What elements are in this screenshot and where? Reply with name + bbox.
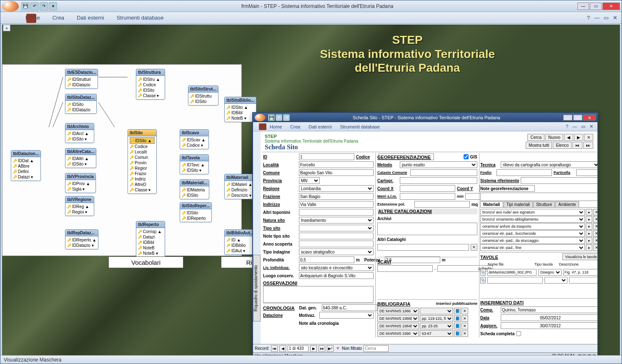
cartogr-field[interactable] [400,177,477,184]
nav-prev-button[interactable]: ◀ [564,134,573,141]
sub-maximize-button[interactable]: ▭ [573,115,582,120]
sub-closedoc-icon[interactable]: ✕ [589,124,593,129]
sub-undo-icon[interactable]: ↶ [276,114,282,121]
aggiorn-field[interactable] [501,322,597,329]
db-table[interactable]: tblSitoBiblio...🔑IDSito ▲🔑IDBibl🔑NoteB ▾ [224,97,256,122]
recnav-first-icon[interactable]: ⏮ [271,345,278,352]
mat-delete-icon[interactable]: ✕ [593,216,597,223]
maximize-button[interactable]: ▭ [590,3,602,10]
sub-ribbon-dati[interactable]: Dati esterni [308,124,332,129]
filter-icon[interactable]: 🔻 [335,346,340,351]
mat-delete-icon[interactable]: ✕ [593,244,597,251]
office-orb-icon[interactable] [2,1,19,12]
sub-redo-icon[interactable]: ↷ [283,114,290,121]
luogo-field[interactable] [299,272,374,279]
db-table[interactable]: tblVProvincia🔑IDProv ▲🔑Sigla ▾ [65,173,96,193]
biblio-author-select[interactable]: DE MARINIS 1984b [377,323,419,329]
nav-close-button[interactable]: ✕ [584,134,593,141]
biblio-author-select[interactable]: DE MARINIS 1986b [377,315,419,322]
db-table[interactable]: tblVRegione🔑IDReg ▲🔑Regioi ▾ [65,196,94,216]
material-select[interactable]: ceramica/ etr.-pad., fine [480,244,585,251]
qat-more-icon[interactable]: ▾ [49,2,57,10]
catasto-field[interactable] [410,169,477,176]
db-table[interactable]: tblDatazion...🔑IDDat ▲🔑ABbre🔑Defini🔑Data… [11,150,41,181]
tavola-desc2-field[interactable] [569,277,597,284]
db-table[interactable]: tblReperto🔑Corrisp ▲🔑Datazi🔑IDBibl🔑NoteB… [136,221,165,257]
material-select[interactable]: bronzo/ aes rude/ aes signatum [480,209,585,216]
db-table[interactable]: tblBiblioAut...🔑ID ▲🔑IDBiblio🔑IDAut ▾ [224,229,256,255]
minimize-doc-icon[interactable]: — [594,15,599,21]
db-table[interactable]: tblStruttura🔑IDStru ▲🔑Codice🔑IDSito🔑Clas… [136,69,165,100]
liv-select[interactable]: sito localizzato e circoscritto [299,264,374,271]
material-select[interactable]: ceramica/ etr.-pad., buccheroide [480,230,585,237]
biblio-book-icon[interactable]: 📘 [454,330,461,337]
data-field[interactable] [501,314,597,321]
tavola-attach-icon[interactable]: 📎 [480,269,486,276]
comp-field[interactable] [501,306,597,313]
visualizza-tavole-button[interactable]: Visualizza le tavole [562,254,597,260]
biblio-book-icon[interactable]: 📘 [454,308,461,314]
osservazioni-textarea[interactable] [263,286,374,303]
completa-checkbox[interactable] [516,331,521,336]
anno-field[interactable] [299,241,374,247]
sub-help-icon[interactable]: ? [566,124,568,129]
tab-materiali[interactable]: Materiali [480,201,503,207]
biblio-delete-icon[interactable]: ✕ [461,315,468,322]
db-table[interactable]: tblAltreCata...🔑IDAltri ▲🔑IDSito ▾ [65,148,96,168]
sub-restdoc-icon[interactable]: ▭ [581,124,585,129]
metri-field[interactable] [400,193,455,200]
elenco-button[interactable]: Elenco [553,142,572,149]
biblio-pages-select[interactable] [420,308,453,314]
localita-field[interactable] [299,161,374,168]
close-button[interactable]: ✕ [602,3,620,10]
indagine-select[interactable]: scavo stratigrafico [299,249,374,255]
altricat-delete-icon[interactable]: ✕ [471,244,477,251]
db-table[interactable]: tblArchivio🔑IDArcl ▲🔑IDSito ▾ [65,123,94,143]
metodo-select[interactable]: punto esatto [400,161,477,168]
mat-delete-icon[interactable]: ✕ [593,230,597,237]
frazione-field[interactable] [299,193,374,200]
natura-select[interactable]: Insediamento [299,217,374,223]
tavola-file2-field[interactable] [487,277,543,284]
material-select[interactable]: bronzo/ ornamento-abbigliamento [480,216,585,223]
db-table[interactable]: tblSitoDataz...🔑IDSito🔑IDDatazio [65,94,97,114]
motiv-select[interactable] [319,312,374,319]
biblio-delete-icon[interactable]: ✕ [461,308,468,314]
tavola-file-field[interactable] [487,269,537,276]
db-table[interactable]: tblSito🔑IDSito ▲🔑Codice🔑Localit🔑Comun🔑Pr… [128,129,157,194]
tipo-select[interactable] [299,225,374,231]
notetipo-field[interactable] [299,233,374,239]
sub-save-icon[interactable]: 💾 [268,114,275,121]
db-table[interactable]: tblMateriali🔑IDMateri ▲🔑Definizio🔑Descri… [224,174,254,199]
tavola-tipo-select[interactable]: Disegno [538,269,562,276]
tab-strutture[interactable]: Strutture [533,201,555,207]
comune-field[interactable] [299,169,374,176]
prof-field[interactable] [299,256,354,263]
nav-first-button[interactable]: ⏮ [572,142,582,149]
biblio-delete-icon[interactable]: ✕ [461,330,468,337]
tavola-desc-field[interactable] [563,269,597,276]
form-view-icon[interactable] [26,14,36,23]
tavola-attach2-icon[interactable]: 📎 [480,277,486,284]
material-select[interactable]: ceramica/ etr.-pad., da stoccaggio [480,237,585,244]
ribbon-tab-strumenti[interactable]: Strumenti database [117,15,164,21]
estpol-field[interactable] [414,201,470,208]
biblio-author-select[interactable]: DE MARINIS 1990 [377,330,419,337]
sub-ribbon-home[interactable]: Home [270,124,282,129]
undo-icon[interactable]: ↶ [30,2,39,10]
sistrif-field[interactable] [521,177,597,184]
relationship-diagram[interactable]: tblESDatazio...🔑IDStrutturi🔑IDDataziotbl… [2,64,242,256]
mat-goto-icon[interactable]: ▸ [586,230,592,237]
recnav-filter[interactable]: Non filtrato [342,346,362,351]
close-doc-icon[interactable]: ✕ [613,15,617,21]
notegeo-textarea[interactable] [480,193,597,201]
biblio-pages-select[interactable]: 63-67 [420,330,453,337]
cerca-button[interactable]: Cerca [527,134,544,141]
datgen-field[interactable] [322,304,377,311]
sub-close-button[interactable]: ✕ [583,115,596,120]
regione-select[interactable]: Lombardia [299,185,374,192]
recnav-new-icon[interactable]: ▶* [327,345,334,352]
tecnica-select[interactable]: rilievo da cartografia con sopralluogo [501,161,597,168]
sub-office-orb-icon[interactable] [255,114,266,121]
indirizzo-field[interactable] [299,201,374,208]
